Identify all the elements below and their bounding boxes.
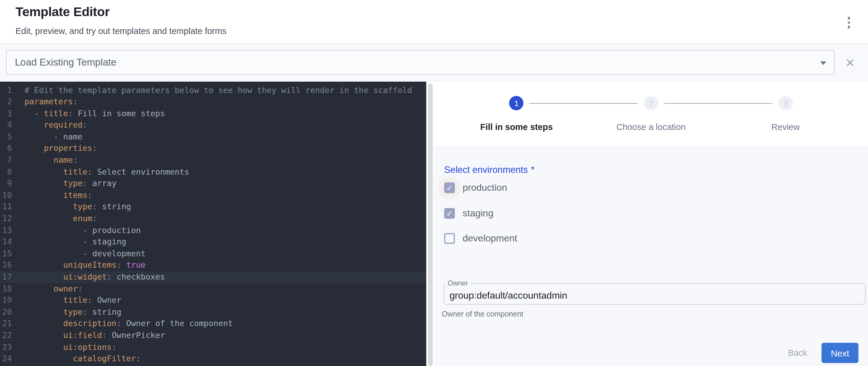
field-label-environments: Select environments* (444, 164, 534, 175)
code-line[interactable]: 11 type: string (0, 201, 426, 213)
checkbox-unchecked-icon[interactable] (444, 233, 455, 244)
line-number: 24 (0, 353, 12, 365)
line-number: 22 (0, 330, 12, 341)
step-label: Fill in some steps (451, 122, 582, 132)
code-line[interactable]: 19 title: Owner (0, 295, 426, 306)
code-line[interactable]: 18 owner: (0, 283, 426, 295)
code-text: enum: (12, 213, 97, 224)
code-line[interactable]: 20 type: string (0, 306, 426, 318)
close-button[interactable]: × (838, 50, 863, 74)
code-line[interactable]: 9 type: array (0, 178, 426, 189)
line-number: 13 (0, 224, 12, 236)
code-line[interactable]: 13 - production (0, 224, 426, 236)
environment-checkbox-group: ✓production✓stagingdevelopment (444, 175, 517, 251)
line-number: 18 (0, 283, 12, 295)
code-line[interactable]: 21 description: Owner of the component (0, 318, 426, 330)
close-icon: × (846, 55, 855, 70)
code-line[interactable]: 17 ui:widget: checkboxes (0, 271, 426, 283)
line-number: 2 (0, 96, 12, 108)
step-icon-2: 2 (644, 96, 658, 110)
line-number: 3 (0, 108, 12, 119)
template-loader-bar: Load Existing Template × (0, 43, 868, 82)
code-text: title: Owner (12, 295, 121, 306)
code-line[interactable]: 12 enum: (0, 213, 426, 224)
caret-down-icon (820, 61, 826, 65)
code-line[interactable]: 24 catalogFilter: (0, 353, 426, 365)
code-text: catalogFilter: (12, 353, 141, 365)
preview-pane: 1Fill in some steps2Choose a location3Re… (434, 82, 868, 366)
code-text: items: (12, 189, 92, 201)
kebab-menu-icon (848, 22, 850, 24)
owner-helper-text: Owner of the component (442, 310, 523, 318)
line-number: 10 (0, 189, 12, 201)
code-line[interactable]: 15 - development (0, 248, 426, 260)
code-line[interactable]: 3 - title: Fill in some steps (0, 108, 426, 119)
code-line[interactable]: 23 ui:options: (0, 341, 426, 353)
line-number: 16 (0, 260, 12, 271)
code-text: owner: (12, 283, 83, 295)
line-number: 19 (0, 295, 12, 306)
checkbox-label: staging (463, 208, 493, 219)
code-line[interactable]: 4 required: (0, 120, 426, 131)
code-line[interactable]: 2parameters: (0, 96, 426, 108)
main-split: 1# Edit the template parameters below to… (0, 82, 868, 366)
page-header: Template Editor Edit, preview, and try o… (0, 0, 868, 43)
code-text: - production (12, 224, 141, 236)
line-number: 6 (0, 143, 12, 154)
stepper: 1Fill in some steps2Choose a location3Re… (434, 82, 868, 146)
owner-field-label: Owner (445, 280, 470, 287)
owner-input[interactable]: group:default/accountadmin (450, 290, 567, 301)
line-number: 20 (0, 306, 12, 318)
kebab-menu-icon (848, 26, 850, 28)
step-icon-3: 3 (778, 96, 793, 110)
step-label: Review (720, 122, 851, 132)
code-text: - title: Fill in some steps (12, 108, 165, 119)
code-line[interactable]: 10 items: (0, 189, 426, 201)
checkbox-option-staging[interactable]: ✓staging (444, 201, 517, 226)
code-text: - development (12, 248, 146, 260)
line-number: 5 (0, 131, 12, 143)
code-line[interactable]: 7 name: (0, 154, 426, 166)
code-text: name: (12, 154, 78, 166)
select-placeholder: Load Existing Template (15, 57, 117, 68)
code-line[interactable]: 6 properties: (0, 143, 426, 154)
checkbox-checked-icon[interactable]: ✓ (444, 208, 455, 219)
next-button[interactable]: Next (822, 343, 859, 363)
line-number: 4 (0, 120, 12, 131)
code-line[interactable]: 8 title: Select environments (0, 166, 426, 178)
code-text: - staging (12, 236, 126, 248)
back-button[interactable]: Back (780, 343, 816, 362)
code-line[interactable]: 5 - name (0, 131, 426, 143)
code-text: ui:options: (12, 341, 117, 353)
code-text: ui:field: OwnerPicker (12, 330, 165, 341)
code-text: type: string (12, 306, 121, 318)
step-connector (530, 103, 638, 104)
checkbox-checked-icon[interactable]: ✓ (444, 183, 455, 193)
code-line[interactable]: 16 uniqueItems: true (0, 260, 426, 271)
line-number: 12 (0, 213, 12, 224)
code-line[interactable]: 1# Edit the template parameters below to… (0, 84, 426, 96)
scrollbar-thumb[interactable] (428, 84, 433, 366)
line-number: 1 (0, 84, 12, 96)
checkbox-option-production[interactable]: ✓production (444, 175, 517, 201)
step-label: Choose a location (585, 122, 717, 132)
line-number: 14 (0, 236, 12, 248)
code-editor[interactable]: 1# Edit the template parameters below to… (0, 82, 426, 366)
code-line[interactable]: 22 ui:field: OwnerPicker (0, 330, 426, 341)
load-existing-template-select[interactable]: Load Existing Template (6, 50, 835, 74)
line-number: 17 (0, 271, 12, 283)
code-text: type: string (12, 201, 131, 213)
code-line[interactable]: 14 - staging (0, 236, 426, 248)
code-text: # Edit the template parameters below to … (12, 84, 412, 96)
code-text: parameters: (12, 96, 78, 108)
code-text: - name (12, 131, 83, 143)
line-number: 9 (0, 178, 12, 189)
code-text: type: array (12, 178, 117, 189)
step-connector (664, 103, 772, 104)
form-card: Select environments* ✓production✓staging… (434, 146, 868, 366)
owner-field[interactable]: Owner group:default/accountadmin (443, 280, 866, 305)
template-editor-page: Template Editor Edit, preview, and try o… (0, 0, 868, 366)
code-text: title: Select environments (12, 166, 189, 178)
checkbox-option-development[interactable]: development (444, 226, 517, 251)
more-options-button[interactable] (842, 16, 856, 30)
